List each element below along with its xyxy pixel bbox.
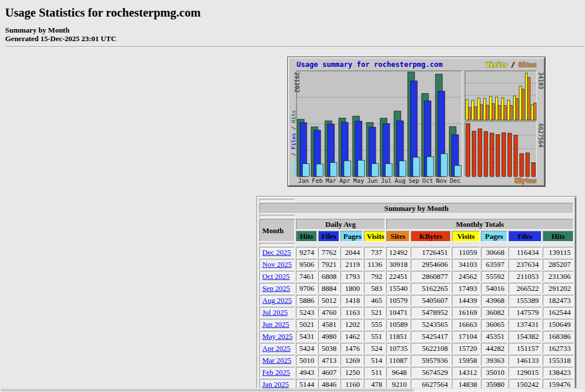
value-cell: 55592 <box>481 271 507 282</box>
value-cell: 5424 <box>296 343 317 354</box>
horizontal-scrollbar[interactable] <box>0 388 585 392</box>
column-header-row: HitsFilesPagesVisitsSitesKBytesVisitsPag… <box>259 231 574 242</box>
svg-text:Apr: Apr <box>339 177 350 184</box>
month-link[interactable]: Oct 2025 <box>262 272 290 281</box>
month-link[interactable]: Mar 2025 <box>262 356 291 365</box>
value-cell: 5243565 <box>411 319 451 330</box>
value-cell: 555 <box>364 319 385 330</box>
value-cell: 147579 <box>508 307 542 318</box>
svg-text:34103: 34103 <box>538 72 544 89</box>
svg-text:Jul: Jul <box>381 177 392 184</box>
value-cell: 285207 <box>543 259 574 270</box>
value-cell: 30918 <box>386 259 410 270</box>
value-cell: 17493 <box>452 283 480 294</box>
usage-summary-chart: Usage summary for rochesterpmg.comVisits… <box>288 57 545 186</box>
value-cell: 1462 <box>340 331 363 342</box>
value-cell: 45351 <box>481 331 507 342</box>
month-cell: Oct 2025 <box>259 271 295 282</box>
value-cell: 5162265 <box>411 283 451 294</box>
value-cell: 291202 <box>543 283 574 294</box>
month-cell: Jul 2025 <box>259 307 295 318</box>
svg-text:KBytes: KBytes <box>515 177 536 184</box>
table-row: May 202554314980146255111851542541717104… <box>259 331 574 342</box>
value-cell: 1418 <box>340 295 363 306</box>
value-cell: 4581 <box>318 319 339 330</box>
value-cell: 7762 <box>318 247 339 258</box>
value-cell: 1202 <box>340 319 363 330</box>
value-cell: 39363 <box>481 355 507 366</box>
table-row: Mar 202550104713126951411087595793615958… <box>259 355 574 366</box>
value-cell: 34103 <box>452 259 480 270</box>
month-link[interactable]: Sep 2025 <box>262 284 290 293</box>
month-link[interactable]: Feb 2025 <box>262 368 290 377</box>
svg-text:Usage summary for rochesterpmg: Usage summary for rochesterpmg.com <box>296 60 443 69</box>
svg-text:Mar: Mar <box>326 177 336 184</box>
value-cell: 35010 <box>481 367 507 378</box>
value-cell: 15958 <box>452 355 480 366</box>
table-row: Oct 202574616808179379222451286087724562… <box>259 271 574 282</box>
value-cell: 155318 <box>543 355 574 366</box>
value-cell: 151157 <box>508 343 542 354</box>
value-cell: 5431 <box>296 331 317 342</box>
month-cell: May 2025 <box>259 331 295 342</box>
svg-text:291202: 291202 <box>294 72 300 93</box>
value-cell: 36082 <box>481 307 507 318</box>
column-header-sites-monthly: Sites <box>386 231 410 242</box>
value-cell: 5957936 <box>411 355 451 366</box>
value-cell: 44282 <box>481 343 507 354</box>
value-cell: 9706 <box>296 283 317 294</box>
column-header-pages-monthly: Pages <box>481 231 507 242</box>
month-cell: Mar 2025 <box>259 355 295 366</box>
value-cell: 4980 <box>318 331 339 342</box>
value-cell: 237634 <box>508 259 542 270</box>
value-cell: 5478952 <box>411 307 451 318</box>
value-cell: 5405607 <box>411 295 451 306</box>
value-cell: 162733 <box>543 343 574 354</box>
value-cell: 7461 <box>296 271 317 282</box>
value-cell: 36065 <box>481 319 507 330</box>
value-cell: 5425417 <box>411 331 451 342</box>
value-cell: 737 <box>364 247 385 258</box>
value-cell: 16663 <box>452 319 480 330</box>
column-header-month: Month <box>259 219 295 242</box>
value-cell: 138423 <box>543 367 574 378</box>
svg-text:Oct: Oct <box>422 177 433 184</box>
month-link[interactable]: Nov 2025 <box>262 260 292 269</box>
value-cell: 1250 <box>340 367 363 378</box>
month-cell: Feb 2025 <box>259 367 295 378</box>
month-cell: Apr 2025 <box>259 343 295 354</box>
month-link[interactable]: Jul 2025 <box>262 308 287 317</box>
svg-text:Jan: Jan <box>298 177 309 184</box>
value-cell: 24562 <box>452 271 480 282</box>
value-cell: 2119 <box>340 259 363 270</box>
value-cell: 154382 <box>508 331 542 342</box>
month-link[interactable]: May 2025 <box>262 332 292 341</box>
value-cell: 8884 <box>318 283 339 294</box>
value-cell: 6808 <box>318 271 339 282</box>
column-header-hits-monthly: Hits <box>543 231 574 242</box>
month-link[interactable]: Dec 2025 <box>262 248 291 257</box>
summary-by-month-label: Summary by Month <box>5 26 70 34</box>
svg-text:Pages / Files / Hits: Pages / Files / Hits <box>290 110 296 175</box>
month-cell: Aug 2025 <box>259 295 295 306</box>
value-cell: 231306 <box>543 271 574 282</box>
value-cell: 30668 <box>481 247 507 258</box>
value-cell: 12492 <box>386 247 410 258</box>
month-link[interactable]: Jun 2025 <box>262 320 289 329</box>
value-cell: 1163 <box>340 307 363 318</box>
table-title: Summary by Month <box>259 203 574 214</box>
month-link[interactable]: Jan 2025 <box>262 380 289 389</box>
month-link[interactable]: Aug 2025 <box>262 296 292 305</box>
month-link[interactable]: Apr 2025 <box>262 344 290 353</box>
value-cell: 168386 <box>543 331 574 342</box>
column-header-kbytes-monthly: KBytes <box>411 231 451 242</box>
table-row: Dec 202592747762204473712492172645111059… <box>259 247 574 258</box>
value-cell: 63597 <box>481 259 507 270</box>
value-cell: 10735 <box>386 343 410 354</box>
table-row: Jun 202550214581120255510589524356516663… <box>259 319 574 330</box>
horizontal-scrollbar-thumb[interactable] <box>1 389 414 391</box>
value-cell: 15720 <box>452 343 480 354</box>
value-cell: 1136 <box>364 259 385 270</box>
value-cell: 4713 <box>318 355 339 366</box>
value-cell: 116434 <box>508 247 542 258</box>
